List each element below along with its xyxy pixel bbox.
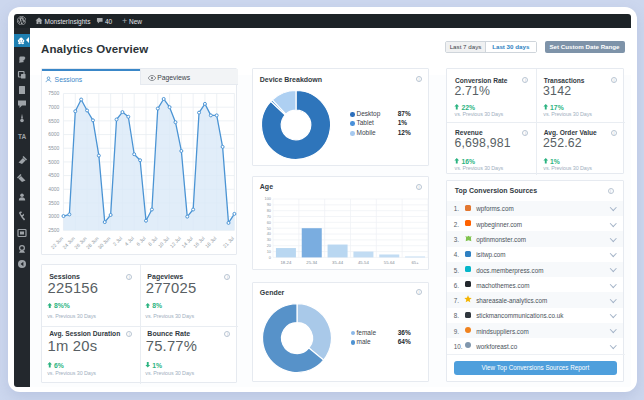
svg-text:60: 60 — [267, 220, 272, 225]
svg-text:50: 50 — [267, 226, 272, 231]
svg-text:7000: 7000 — [48, 104, 59, 110]
svg-text:35-44: 35-44 — [332, 260, 344, 265]
svg-text:2500: 2500 — [48, 227, 59, 233]
svg-text:TA: TA — [17, 133, 25, 140]
svg-text:10: 10 — [267, 249, 272, 254]
svg-text:55-64: 55-64 — [384, 260, 396, 265]
svg-text:90: 90 — [267, 202, 272, 207]
svg-text:45-54: 45-54 — [358, 260, 370, 265]
svg-text:70: 70 — [267, 214, 272, 219]
svg-text:6 Jul: 6 Jul — [135, 235, 147, 247]
svg-text:65+: 65+ — [411, 260, 419, 265]
svg-text:40: 40 — [267, 231, 272, 236]
svg-text:80: 80 — [267, 208, 272, 213]
svg-text:14 Jul: 14 Jul — [180, 235, 194, 249]
svg-text:2 Jul: 2 Jul — [111, 235, 123, 247]
svg-text:30: 30 — [267, 237, 272, 242]
svg-text:4000: 4000 — [48, 186, 59, 192]
svg-text:18 Jul: 18 Jul — [203, 235, 217, 249]
svg-text:0: 0 — [269, 255, 272, 260]
svg-text:6000: 6000 — [48, 131, 59, 137]
svg-text:5500: 5500 — [48, 145, 59, 151]
svg-text:3000: 3000 — [48, 213, 59, 219]
svg-text:100: 100 — [265, 196, 272, 201]
svg-text:25-34: 25-34 — [306, 260, 318, 265]
svg-text:30 Jun: 30 Jun — [96, 235, 111, 250]
svg-text:3500: 3500 — [48, 200, 59, 206]
svg-text:6500: 6500 — [48, 118, 59, 124]
svg-text:10 Jul: 10 Jul — [156, 235, 170, 249]
svg-text:16 Jul: 16 Jul — [192, 235, 206, 249]
svg-text:5000: 5000 — [48, 159, 59, 165]
svg-text:4500: 4500 — [48, 172, 59, 178]
svg-text:4 Jul: 4 Jul — [123, 235, 135, 247]
svg-text:20: 20 — [267, 243, 272, 248]
svg-text:7500: 7500 — [48, 90, 59, 96]
svg-text:21 Jul: 21 Jul — [221, 235, 235, 249]
svg-text:12 Jul: 12 Jul — [168, 235, 182, 249]
svg-text:18-24: 18-24 — [280, 260, 292, 265]
